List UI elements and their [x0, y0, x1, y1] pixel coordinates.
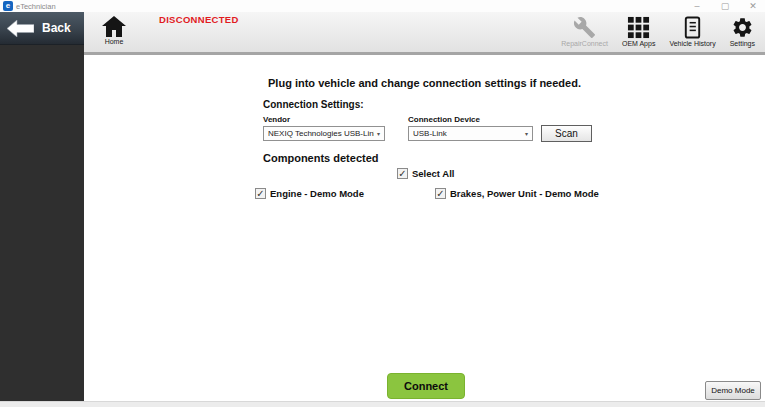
engine-checkbox-label: Engine - Demo Mode [270, 188, 364, 199]
demo-mode-button[interactable]: Demo Mode [705, 381, 761, 400]
window-titlebar: e eTechnician – ▢ ✕ [0, 0, 765, 12]
home-icon [102, 16, 126, 37]
engine-checkbox[interactable] [255, 188, 266, 199]
toolbar-item-label: Vehicle History [669, 40, 715, 47]
window-controls: – ▢ ✕ [691, 0, 759, 12]
connection-device-select-value: USB-Link [413, 129, 522, 138]
wrench-icon [573, 16, 596, 39]
connect-button[interactable]: Connect [387, 373, 465, 399]
toolbar-item-repairconnect: RepairConnect [554, 16, 615, 47]
close-icon[interactable]: ✕ [747, 0, 759, 12]
maximize-icon[interactable]: ▢ [719, 0, 731, 12]
scan-button[interactable]: Scan [541, 125, 592, 142]
main-content: Plug into vehicle and change connection … [84, 58, 765, 401]
chevron-down-icon: ▾ [377, 130, 380, 137]
connection-device-label: Connection Device [408, 115, 480, 124]
document-icon [681, 16, 704, 39]
grid-icon [627, 16, 650, 39]
sidebar: Back [0, 12, 84, 401]
connection-settings-label: Connection Settings: [263, 99, 364, 110]
chevron-down-icon: ▾ [525, 130, 528, 137]
minimize-icon[interactable]: – [691, 0, 703, 12]
toolbar: Home DISCONNECTED RepairConnect OEM Apps [84, 12, 765, 55]
back-button[interactable]: Back [0, 12, 84, 45]
window-title: eTechnician [16, 2, 56, 11]
back-button-label: Back [42, 21, 71, 35]
status-bar [0, 401, 765, 407]
toolbar-item-label: RepairConnect [561, 40, 608, 47]
select-all-checkbox[interactable] [397, 168, 408, 179]
vendor-label: Vendor [263, 115, 290, 124]
select-all-checkbox-row[interactable]: Select All [397, 168, 454, 179]
gear-icon [731, 16, 754, 39]
brakes-checkbox[interactable] [435, 188, 446, 199]
home-button-label: Home [96, 38, 132, 45]
page-title: Plug into vehicle and change connection … [84, 77, 765, 89]
vendor-select[interactable]: NEXIQ Technologies USB-Link ▾ [263, 126, 385, 141]
component-checkbox-row-brakes[interactable]: Brakes, Power Unit - Demo Mode [435, 188, 599, 199]
toolbar-actions: RepairConnect OEM Apps [554, 16, 762, 47]
connection-device-select[interactable]: USB-Link ▾ [408, 126, 533, 141]
component-checkbox-row-engine[interactable]: Engine - Demo Mode [255, 188, 364, 199]
components-detected-label: Components detected [263, 152, 379, 164]
toolbar-item-label: Settings [730, 40, 755, 47]
back-arrow-icon [7, 20, 34, 37]
toolbar-item-vehicle-history[interactable]: Vehicle History [662, 16, 722, 47]
vendor-select-value: NEXIQ Technologies USB-Link [268, 129, 374, 138]
connection-status-badge: DISCONNECTED [159, 14, 239, 25]
toolbar-item-label: OEM Apps [622, 40, 655, 47]
brakes-checkbox-label: Brakes, Power Unit - Demo Mode [450, 188, 599, 199]
app-logo-icon: e [3, 1, 13, 11]
toolbar-item-oem-apps[interactable]: OEM Apps [615, 16, 662, 47]
toolbar-item-settings[interactable]: Settings [723, 16, 762, 47]
home-button[interactable]: Home [96, 16, 132, 45]
select-all-label: Select All [412, 168, 454, 179]
app-window: e eTechnician – ▢ ✕ Back Home DISCONNECT… [0, 0, 765, 407]
